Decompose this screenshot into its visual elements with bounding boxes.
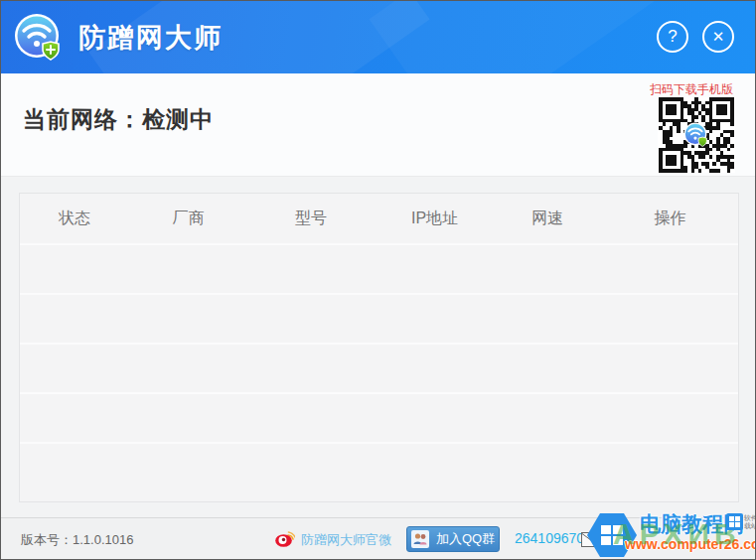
help-button[interactable]: ? [657,21,688,53]
table-header-row: 状态 厂商 型号 IP地址 网速 操作 [20,194,738,245]
mail-icon[interactable] [581,532,602,551]
table-row [20,444,738,493]
table-row [20,295,738,345]
qq-button-label: 加入QQ群 [436,530,495,548]
app-title: 防蹭网大师 [78,20,223,56]
question-icon: ? [668,27,677,46]
column-header-model: 型号 [247,209,375,229]
app-window: 防蹭网大师 ? ✕ 当前网络：检测中 扫码下载手机版 [0,0,756,560]
network-status-text: 当前网络：检测中 [23,104,214,135]
version-label: 版本号：1.1.0.1016 [21,531,133,549]
column-header-vendor: 厂商 [129,209,247,229]
column-header-speed: 网速 [495,209,600,229]
qq-group-number[interactable]: 264109670 [515,530,584,546]
weibo-label: 防蹭网大师官微 [301,531,391,549]
device-table: 状态 厂商 型号 IP地址 网速 操作 [19,193,739,502]
table-row [20,245,738,295]
column-header-action: 操作 [600,209,740,229]
column-header-ip: IP地址 [375,209,495,229]
statusbar: 版本号：1.1.0.1016 防蹭网大师官微 [1,517,755,559]
join-qq-group-button[interactable]: 加入QQ群 [406,526,500,552]
table-row [20,345,738,394]
qr-center-logo-icon [683,122,709,148]
qr-code [658,97,735,173]
weibo-icon [275,529,295,551]
titlebar: 防蹭网大师 ? ✕ [1,1,755,73]
close-icon: ✕ [712,28,725,45]
weibo-link[interactable]: 防蹭网大师官微 [275,529,391,551]
column-header-status: 状态 [20,209,129,229]
titlebar-deco [369,1,666,73]
network-bar: 当前网络：检测中 扫码下载手机版 [1,73,755,177]
qq-group-icon [411,530,429,548]
qr-download-label: 扫码下载手机版 [650,81,733,98]
close-button[interactable]: ✕ [702,21,734,53]
table-row [20,394,738,444]
wifi-shield-logo-icon [14,13,64,63]
